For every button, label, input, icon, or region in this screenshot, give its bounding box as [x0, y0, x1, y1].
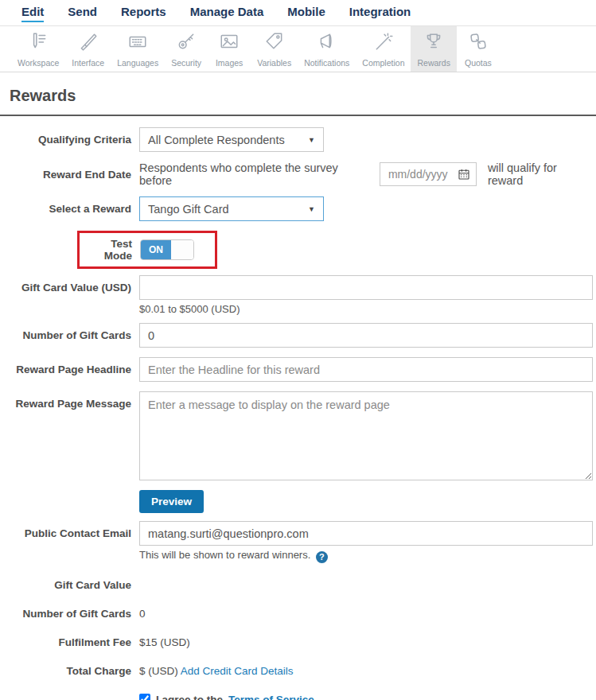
- test-mode-toggle[interactable]: ON: [140, 239, 194, 260]
- row-reward-page-message: Reward Page Message: [0, 391, 593, 484]
- total-charge-amount: $ (USD): [139, 665, 178, 677]
- gift-card-value-input[interactable]: [139, 275, 593, 300]
- terms-of-service-link[interactable]: Terms of Service: [228, 694, 314, 700]
- page-title: Rewards: [10, 87, 596, 105]
- tab-workspace[interactable]: Workspace: [11, 26, 65, 72]
- nav-item-reports[interactable]: Reports: [121, 5, 166, 22]
- nav-item-edit[interactable]: Edit: [21, 5, 44, 22]
- settings-toolbar: Workspace Interface Languages Security I…: [0, 26, 596, 72]
- terms-checkbox[interactable]: [139, 694, 150, 700]
- reward-end-date-label: Reward End Date: [0, 169, 131, 181]
- tab-variables[interactable]: Variables: [251, 26, 298, 72]
- tab-label: Images: [216, 58, 243, 68]
- tab-label: Interface: [72, 58, 104, 68]
- completion-icon: [373, 31, 394, 58]
- preview-button[interactable]: Preview: [139, 490, 204, 513]
- reward-page-message-label: Reward Page Message: [0, 391, 131, 410]
- summary-number-of-gift-cards: 0: [139, 608, 146, 620]
- quotas-icon: [468, 31, 489, 58]
- gift-card-value-helper: $0.01 to $5000 (USD): [139, 303, 593, 315]
- languages-icon: [127, 31, 148, 58]
- calendar-icon[interactable]: [458, 168, 470, 181]
- tab-quotas[interactable]: Quotas: [457, 26, 500, 72]
- rewards-form: Qualifying Criteria All Complete Respond…: [0, 116, 596, 700]
- variables-icon: [264, 31, 285, 58]
- tab-label: Notifications: [304, 58, 349, 68]
- test-mode-label: Test Mode: [86, 238, 132, 262]
- gift-card-value-label: Gift Card Value (USD): [0, 275, 131, 294]
- fulfilment-fee-label: Fulfilment Fee: [0, 636, 131, 648]
- toggle-on-segment: ON: [141, 240, 171, 259]
- tab-interface[interactable]: Interface: [65, 26, 111, 72]
- helper-text: This will be shown to reward winners.: [139, 549, 310, 561]
- summary-row-number-of-gift-cards: Number of Gift Cards 0: [0, 608, 593, 620]
- total-charge-value: $ (USD) Add Credit Card Details: [139, 665, 294, 677]
- row-select-reward: Select a Reward Tango Gift Card ▼: [0, 196, 593, 221]
- total-charge-label: Total Charge: [0, 665, 131, 677]
- row-qualifying-criteria: Qualifying Criteria All Complete Respond…: [0, 127, 593, 152]
- help-icon[interactable]: ?: [316, 551, 328, 563]
- add-credit-card-link[interactable]: Add Credit Card Details: [181, 665, 294, 677]
- select-reward-select[interactable]: Tango Gift Card ▼: [139, 196, 324, 221]
- select-reward-value: Tango Gift Card: [148, 203, 229, 216]
- tab-label: Rewards: [417, 58, 450, 68]
- number-of-gift-cards-input[interactable]: [139, 323, 593, 348]
- row-terms: I agree to the Terms of Service: [139, 694, 593, 700]
- tab-label: Variables: [257, 58, 291, 68]
- number-of-gift-cards-label: Number of Gift Cards: [0, 329, 131, 341]
- reward-end-date-prefix: Respondents who complete the survey befo…: [139, 161, 368, 187]
- summary-row-gift-card-value: Gift Card Value: [0, 579, 593, 591]
- tab-security[interactable]: Security: [165, 26, 208, 72]
- tab-label: Completion: [362, 58, 404, 68]
- qualifying-criteria-label: Qualifying Criteria: [0, 134, 131, 146]
- tab-label: Languages: [117, 58, 158, 68]
- public-contact-email-input[interactable]: [139, 521, 593, 546]
- nav-item-mobile[interactable]: Mobile: [287, 5, 325, 22]
- interface-icon: [78, 31, 99, 58]
- tab-completion[interactable]: Completion: [356, 26, 411, 72]
- row-reward-end-date: Reward End Date Respondents who complete…: [0, 161, 593, 187]
- nav-item-send[interactable]: Send: [68, 5, 97, 22]
- images-icon: [219, 31, 240, 58]
- row-preview: Preview: [139, 490, 593, 513]
- row-test-mode: Test Mode ON: [77, 231, 593, 269]
- summary-number-of-gift-cards-label: Number of Gift Cards: [0, 608, 131, 620]
- terms-text: I agree to the: [156, 694, 223, 700]
- reward-page-message-textarea[interactable]: [139, 391, 593, 480]
- rewards-icon: [423, 31, 444, 58]
- fulfilment-fee-value: $15 (USD): [139, 636, 190, 648]
- summary-row-total-charge: Total Charge $ (USD) Add Credit Card Det…: [0, 665, 593, 677]
- row-reward-page-headline: Reward Page Headline: [0, 357, 593, 382]
- reward-end-date-field-wrap: [380, 162, 477, 186]
- security-icon: [176, 31, 197, 58]
- reward-page-headline-input[interactable]: [139, 357, 593, 382]
- tab-label: Workspace: [18, 58, 59, 68]
- tab-images[interactable]: Images: [208, 26, 251, 72]
- nav-item-integration[interactable]: Integration: [349, 5, 411, 22]
- row-gift-card-value: Gift Card Value (USD) $0.01 to $5000 (US…: [0, 275, 593, 315]
- summary-row-fulfilment-fee: Fulfilment Fee $15 (USD): [0, 636, 593, 648]
- chevron-down-icon: ▼: [308, 136, 315, 144]
- tab-label: Security: [171, 58, 201, 68]
- toggle-knob: [171, 240, 193, 259]
- reward-page-headline-label: Reward Page Headline: [0, 364, 131, 375]
- top-nav: Edit Send Reports Manage Data Mobile Int…: [0, 0, 596, 26]
- reward-end-date-suffix: will qualify for reward: [488, 161, 593, 187]
- qualifying-criteria-value: All Complete Respondents: [148, 134, 285, 146]
- select-reward-label: Select a Reward: [0, 203, 131, 215]
- test-mode-annotation-box: Test Mode ON: [77, 231, 217, 269]
- qualifying-criteria-select[interactable]: All Complete Respondents ▼: [139, 127, 324, 152]
- notifications-icon: [317, 31, 337, 58]
- tab-languages[interactable]: Languages: [111, 26, 165, 72]
- row-public-contact-email: Public Contact Email This will be shown …: [0, 521, 593, 563]
- tab-notifications[interactable]: Notifications: [298, 26, 356, 72]
- nav-item-manage-data[interactable]: Manage Data: [190, 5, 264, 22]
- workspace-icon: [28, 31, 49, 58]
- public-contact-email-helper: This will be shown to reward winners. ?: [139, 549, 593, 563]
- public-contact-email-label: Public Contact Email: [0, 521, 131, 539]
- summary-gift-card-value-label: Gift Card Value: [0, 579, 131, 591]
- row-number-of-gift-cards: Number of Gift Cards: [0, 323, 593, 348]
- tab-label: Quotas: [465, 58, 492, 68]
- chevron-down-icon: ▼: [308, 205, 315, 213]
- tab-rewards[interactable]: Rewards: [411, 26, 456, 72]
